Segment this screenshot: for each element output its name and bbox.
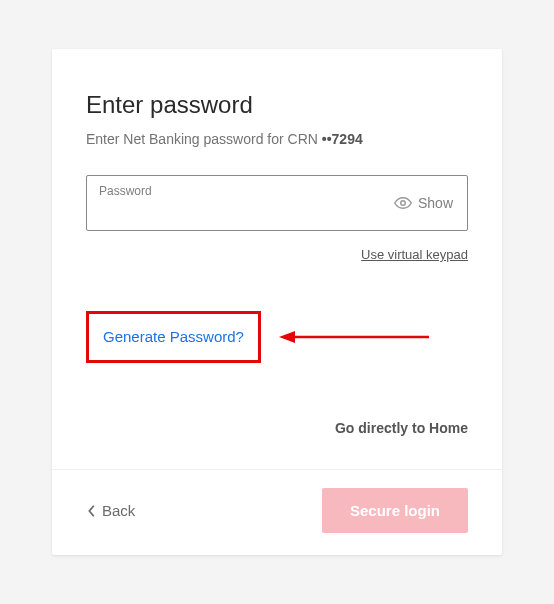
show-password-toggle[interactable]: Show (394, 194, 453, 212)
svg-marker-2 (279, 331, 295, 343)
show-label: Show (418, 195, 453, 211)
eye-icon (394, 194, 412, 212)
subtitle: Enter Net Banking password for CRN ••729… (86, 131, 468, 147)
go-home-link[interactable]: Go directly to Home (335, 420, 468, 436)
annotation-arrow-icon (279, 329, 429, 345)
svg-point-0 (401, 201, 406, 206)
annotation-highlight-box: Generate Password? (86, 311, 261, 363)
chevron-left-icon (86, 504, 98, 518)
generate-password-link[interactable]: Generate Password? (103, 328, 244, 345)
secure-login-button[interactable]: Secure login (322, 488, 468, 533)
subtitle-text: Enter Net Banking password for CRN (86, 131, 322, 147)
password-input[interactable] (99, 202, 348, 219)
virtual-keypad-row: Use virtual keypad (86, 245, 468, 263)
password-field-wrap[interactable]: Password Show (86, 175, 468, 231)
back-button[interactable]: Back (86, 502, 135, 519)
card-body: Enter password Enter Net Banking passwor… (52, 49, 502, 469)
generate-password-row: Generate Password? (86, 311, 468, 363)
home-row: Go directly to Home (86, 419, 468, 437)
login-card: Enter password Enter Net Banking passwor… (52, 49, 502, 555)
crn-masked: ••7294 (322, 131, 363, 147)
back-label: Back (102, 502, 135, 519)
footer-row: Back Secure login (52, 470, 502, 555)
page-title: Enter password (86, 91, 468, 119)
virtual-keypad-link[interactable]: Use virtual keypad (361, 247, 468, 262)
